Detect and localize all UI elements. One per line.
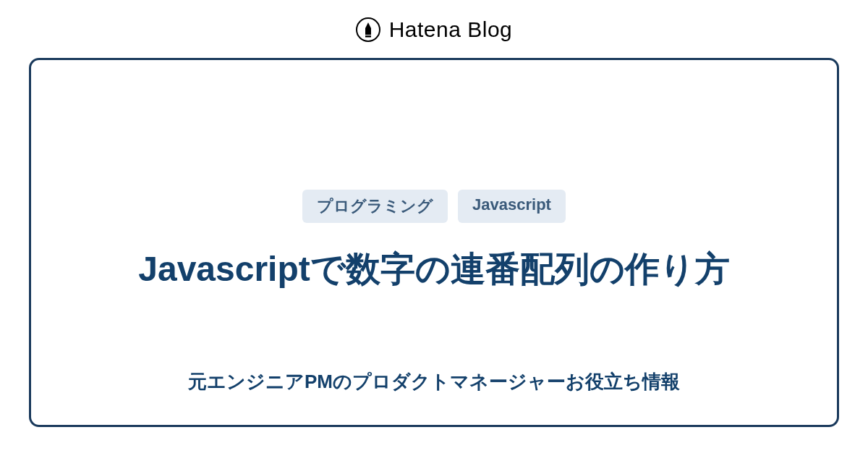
blog-name: 元エンジニアPMのプロダクトマネージャーお役立ち情報 bbox=[188, 369, 680, 394]
tag-javascript[interactable]: Javascript bbox=[458, 190, 566, 223]
hatena-logo-icon bbox=[356, 17, 380, 42]
pen-icon bbox=[362, 22, 374, 38]
article-title: Javascriptで数字の連番配列の作り方 bbox=[138, 243, 730, 295]
svg-rect-0 bbox=[365, 35, 371, 38]
tag-list: プログラミング Javascript bbox=[302, 190, 566, 223]
article-card: プログラミング Javascript Javascriptで数字の連番配列の作り… bbox=[29, 58, 839, 427]
brand-name: Hatena Blog bbox=[389, 17, 513, 42]
tag-programming[interactable]: プログラミング bbox=[302, 190, 448, 223]
header: Hatena Blog bbox=[0, 0, 868, 58]
